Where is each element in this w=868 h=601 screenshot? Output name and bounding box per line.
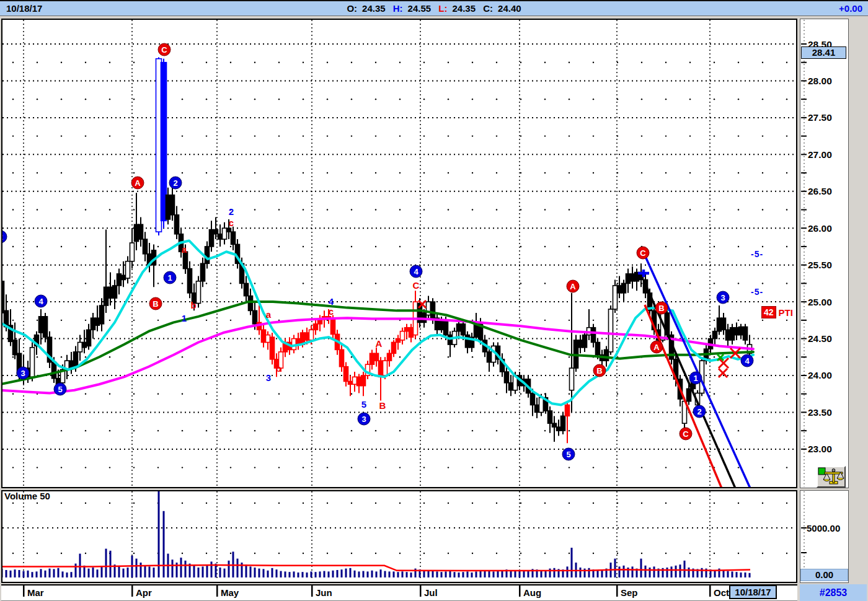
high-value: 24.55 (408, 3, 432, 14)
quote-info-bar: 10/18/17 O:24.35 H:24.55 L:24.35 C:24.40… (0, 0, 868, 16)
price-chart-pane[interactable] (1, 19, 797, 488)
scales-icon (818, 467, 844, 486)
ohlc-readout: O:24.35 H:24.55 L:24.35 C:24.40 (344, 3, 523, 14)
low-value: 24.35 (453, 3, 476, 14)
quote-date: 10/18/17 (6, 3, 42, 14)
scales-tool-button[interactable] (817, 466, 846, 488)
change-value: +0.00 (839, 3, 862, 14)
wave-minus5-label-lower: -5- (751, 287, 763, 297)
high-label: H: (393, 3, 403, 14)
month-axis-strip (1, 584, 797, 601)
volume-pane-title: Volume 50 (4, 491, 50, 501)
pti-label: PTI (779, 307, 793, 318)
low-label: L: (438, 3, 447, 14)
pti-indicator: 42 PTI (761, 306, 793, 318)
close-label: C: (483, 3, 493, 14)
close-value: 24.40 (498, 3, 521, 14)
cursor-date-tag: 10/18/17 (729, 585, 777, 599)
volume-zero-tag: 0.00 (800, 569, 848, 581)
open-label: O: (347, 3, 357, 14)
price-axis-strip[interactable] (800, 19, 849, 488)
open-value: 24.35 (362, 3, 386, 14)
volume-chart-pane[interactable] (1, 490, 797, 583)
wave-minus5-label-upper: -5- (751, 249, 763, 259)
pti-value-badge: 42 (761, 306, 776, 318)
current-price-tag: 28.41 (801, 46, 846, 59)
bar-number-tag: #2853 (800, 584, 867, 601)
